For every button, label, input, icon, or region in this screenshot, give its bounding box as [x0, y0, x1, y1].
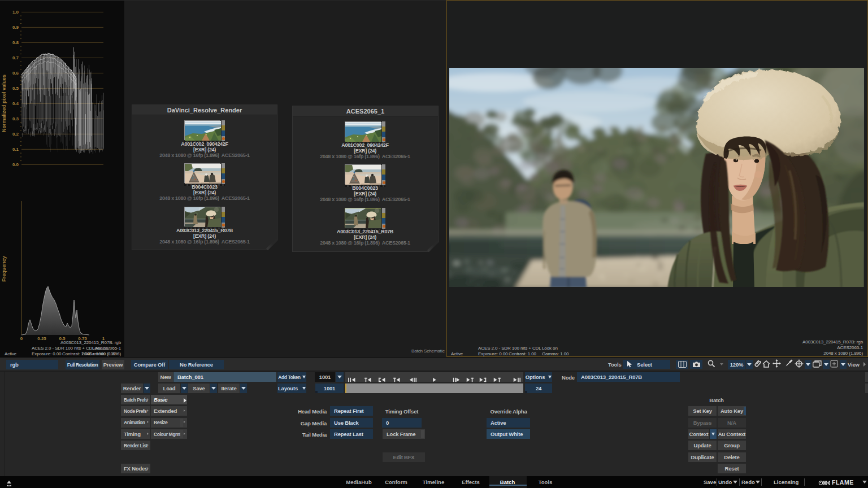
svg-text:Normalized pixel values: Normalized pixel values — [1, 75, 7, 132]
svg-text:0.3: 0.3 — [12, 116, 19, 121]
svg-text:1.0: 1.0 — [12, 10, 19, 15]
svg-text:0: 0 — [20, 336, 23, 341]
svg-text:0.6: 0.6 — [12, 71, 19, 76]
svg-text:Frequency: Frequency — [1, 256, 7, 282]
svg-text:0.25: 0.25 — [37, 336, 46, 341]
svg-text:0.9: 0.9 — [12, 25, 19, 30]
svg-text:0.5: 0.5 — [12, 86, 19, 91]
svg-text:0.8: 0.8 — [12, 40, 19, 45]
svg-text:0.7: 0.7 — [12, 55, 19, 60]
svg-text:0.0: 0.0 — [12, 162, 19, 167]
svg-text:0.4: 0.4 — [12, 101, 19, 106]
svg-text:0.2: 0.2 — [12, 132, 19, 137]
svg-text:0.1: 0.1 — [12, 147, 19, 152]
